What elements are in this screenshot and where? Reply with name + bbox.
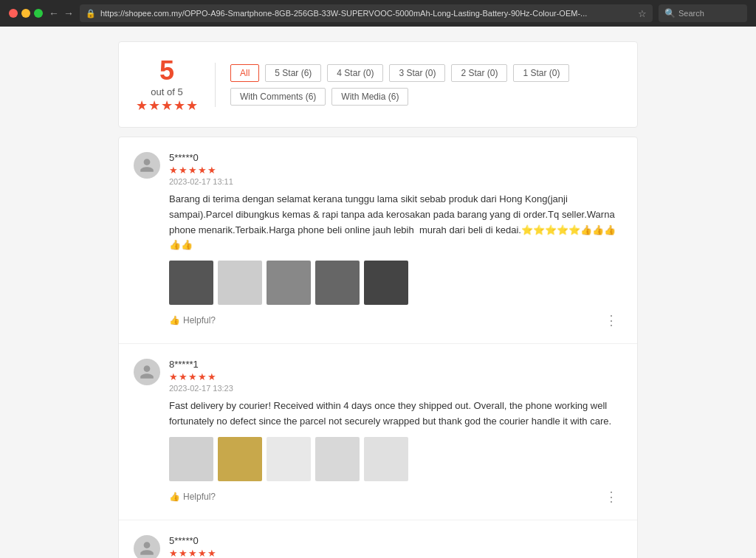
minimize-traffic-light[interactable] bbox=[21, 9, 30, 18]
review-item: 5*****0 ★★★★★ 2023-02-17 13:12 Nice desi… bbox=[119, 520, 637, 558]
review-actions: 👍 Helpful? ⋮ bbox=[169, 312, 622, 328]
rating-stars-big: ★★★★★ bbox=[134, 97, 200, 114]
review-stars: ★★★★★ bbox=[169, 548, 622, 558]
user-icon bbox=[139, 157, 155, 173]
bookmark-icon[interactable]: ☆ bbox=[638, 8, 647, 19]
rating-out-of: out of 5 bbox=[134, 86, 200, 97]
rating-number: 5 bbox=[134, 55, 200, 86]
review-text: Barang di terima dengan selamat kerana t… bbox=[169, 192, 622, 253]
review-meta: 8*****1 ★★★★★ 2023-02-17 13:23 Fast deli… bbox=[169, 359, 622, 505]
reviewer-name: 8*****1 bbox=[169, 359, 622, 370]
review-image[interactable] bbox=[169, 261, 213, 305]
review-header: 5*****0 ★★★★★ 2023-02-17 13:11 Barang di… bbox=[134, 152, 622, 328]
back-icon[interactable]: ← bbox=[49, 7, 59, 19]
rating-filters: All 5 Star (6) 4 Star (0) 3 Star (0) 2 S… bbox=[230, 64, 569, 106]
search-bar[interactable]: 🔍 Search bbox=[659, 4, 747, 22]
filter-all-button[interactable]: All bbox=[230, 64, 259, 82]
close-traffic-light[interactable] bbox=[9, 9, 18, 18]
review-meta: 5*****0 ★★★★★ 2023-02-17 13:12 Nice desi… bbox=[169, 535, 622, 558]
review-text: Fast delivery by courier! Received withi… bbox=[169, 399, 622, 430]
rating-section: 5 out of 5 ★★★★★ All 5 Star (6) 4 Star (… bbox=[118, 41, 638, 128]
avatar bbox=[134, 152, 160, 179]
avatar bbox=[134, 359, 160, 385]
review-images bbox=[169, 437, 622, 481]
thumbs-up-icon: 👍 bbox=[169, 492, 180, 502]
review-image[interactable] bbox=[218, 437, 262, 481]
more-options-button[interactable]: ⋮ bbox=[600, 489, 622, 505]
fullscreen-traffic-light[interactable] bbox=[34, 9, 43, 18]
filter-3star-button[interactable]: 3 Star (0) bbox=[389, 64, 445, 82]
filter-4star-button[interactable]: 4 Star (0) bbox=[327, 64, 383, 82]
review-date: 2023-02-17 13:23 bbox=[169, 384, 622, 393]
review-image[interactable] bbox=[315, 437, 360, 481]
star-filter-row: All 5 Star (6) 4 Star (0) 3 Star (0) 2 S… bbox=[230, 64, 569, 82]
review-stars: ★★★★★ bbox=[169, 165, 622, 176]
address-bar[interactable]: 🔒 https://shopee.com.my/OPPO-A96-Smartph… bbox=[80, 4, 653, 22]
browser-nav-icons: ← → bbox=[49, 7, 74, 19]
filter-5star-button[interactable]: 5 Star (6) bbox=[265, 64, 321, 82]
lock-icon: 🔒 bbox=[86, 9, 96, 18]
more-options-button[interactable]: ⋮ bbox=[600, 312, 622, 328]
page-content: 5 out of 5 ★★★★★ All 5 Star (6) 4 Star (… bbox=[0, 27, 756, 558]
search-icon: 🔍 bbox=[664, 8, 676, 18]
forward-icon[interactable]: → bbox=[63, 7, 74, 19]
review-date: 2023-02-17 13:11 bbox=[169, 177, 622, 186]
helpful-label: Helpful? bbox=[183, 315, 216, 326]
review-meta: 5*****0 ★★★★★ 2023-02-17 13:11 Barang di… bbox=[169, 152, 622, 328]
review-image[interactable] bbox=[364, 261, 408, 305]
filter-2star-button[interactable]: 2 Star (0) bbox=[451, 64, 507, 82]
rating-score-block: 5 out of 5 ★★★★★ bbox=[134, 55, 200, 114]
review-image[interactable] bbox=[218, 261, 262, 305]
helpful-button[interactable]: 👍 Helpful? bbox=[169, 315, 216, 326]
review-image[interactable] bbox=[364, 437, 408, 481]
browser-chrome: ← → 🔒 https://shopee.com.my/OPPO-A96-Sma… bbox=[0, 0, 756, 27]
reviews-container: 5*****0 ★★★★★ 2023-02-17 13:11 Barang di… bbox=[118, 137, 638, 558]
avatar bbox=[134, 535, 160, 558]
review-image[interactable] bbox=[315, 261, 360, 305]
review-item: 5*****0 ★★★★★ 2023-02-17 13:11 Barang di… bbox=[119, 137, 637, 344]
review-actions: 👍 Helpful? ⋮ bbox=[169, 489, 622, 505]
review-stars: ★★★★★ bbox=[169, 371, 622, 382]
search-label: Search bbox=[678, 9, 704, 18]
helpful-button[interactable]: 👍 Helpful? bbox=[169, 492, 216, 502]
helpful-label: Helpful? bbox=[183, 492, 216, 502]
traffic-lights bbox=[9, 9, 43, 18]
filter-media-button[interactable]: With Media (6) bbox=[331, 88, 408, 106]
review-image[interactable] bbox=[267, 261, 311, 305]
url-text: https://shopee.com.my/OPPO-A96-Smartphon… bbox=[100, 9, 633, 18]
review-image[interactable] bbox=[169, 437, 213, 481]
thumbs-up-icon: 👍 bbox=[169, 315, 180, 326]
reviewer-name: 5*****0 bbox=[169, 152, 622, 163]
review-item: 8*****1 ★★★★★ 2023-02-17 13:23 Fast deli… bbox=[119, 344, 637, 520]
review-images bbox=[169, 261, 622, 305]
media-filter-row: With Comments (6) With Media (6) bbox=[230, 88, 569, 106]
filter-comments-button[interactable]: With Comments (6) bbox=[230, 88, 326, 106]
user-icon bbox=[139, 364, 155, 380]
review-image[interactable] bbox=[267, 437, 311, 481]
review-header: 8*****1 ★★★★★ 2023-02-17 13:23 Fast deli… bbox=[134, 359, 622, 505]
rating-divider bbox=[215, 63, 216, 107]
filter-1star-button[interactable]: 1 Star (0) bbox=[513, 64, 569, 82]
reviewer-name: 5*****0 bbox=[169, 535, 622, 546]
review-header: 5*****0 ★★★★★ 2023-02-17 13:12 Nice desi… bbox=[134, 535, 622, 558]
user-icon bbox=[139, 540, 155, 557]
